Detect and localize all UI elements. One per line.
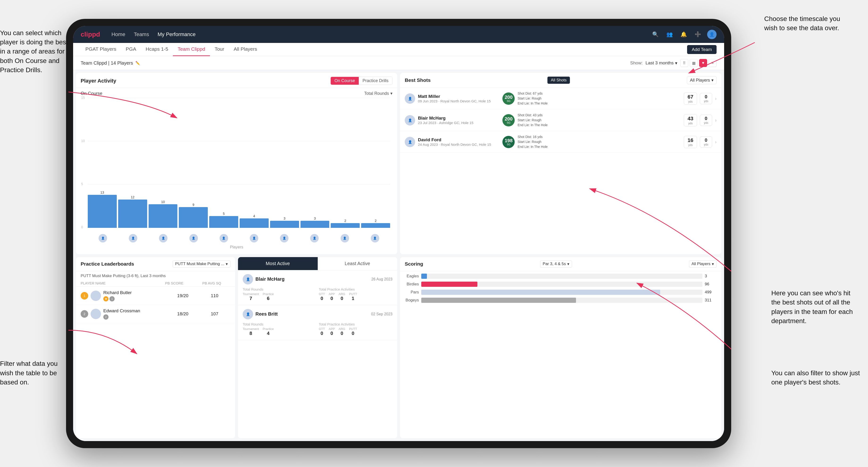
tournament-stat-0: Tournament 7 [243,292,259,301]
main-panels: Player Activity On Course Practice Drill… [73,70,724,441]
people-icon[interactable]: 👥 [665,30,674,39]
arg-stat-0: ARG 0 [339,292,345,301]
list-view-btn[interactable]: ≡ [709,59,717,67]
bar-7 [301,221,330,228]
gtt-stat-0: GTT 0 [319,292,325,301]
scoring-panel: Scoring Par 3, 4 & 5s ▾ All Players ▾ Ea… [400,257,721,438]
shot-dist-badge-1: 43 yds [684,114,697,126]
bar-1 [118,199,147,228]
player-avatar-0: 👤 [99,234,107,243]
content-area: Team Clippd | 14 Players ✏️ Show: Last 3… [73,56,724,441]
tab-all-players[interactable]: All Players [229,43,262,56]
bar-group-7: 3 [301,217,330,228]
practice-row-1: GTT 0 APP 0 ARG [319,327,393,336]
heart-view-btn[interactable]: ♥ [699,59,707,67]
player-activity-header: Player Activity On Course Practice Drill… [76,73,397,88]
scoring-label-pars: Pars [405,290,419,294]
nav-teams[interactable]: Teams [134,30,149,38]
search-icon[interactable]: 🔍 [651,30,660,39]
bar-group-2: 10 [149,200,178,228]
player-avatar-8: 👤 [341,234,349,243]
shot-player-meta-1: 23 Jul 2023 · Ashridge GC, Hole 15 [418,121,500,125]
scoring-row-birdies: Birdies 96 [405,282,717,287]
active-name-1: Rees Britt [255,311,369,317]
grid2-view-btn[interactable]: ▦ [690,59,698,67]
active-name-0: Blair McHarg [255,276,369,282]
shot-dist-num-2: 16 [687,137,693,144]
shot-card-2[interactable]: 👤 David Ford 24 Aug 2023 · Royal North D… [400,131,721,153]
player-avatar-9: 👤 [371,234,379,243]
shot-card-0[interactable]: 👤 Matt Miller 09 Jun 2023 · Royal North … [400,88,721,110]
shot-detail-1: Shot Dist: 43 yds Start Lie: Rough End L… [518,113,681,128]
shot-player-info-1: Blair McHarg 23 Jul 2023 · Ashridge GC, … [418,116,500,125]
shot-badge-label-0: SG [507,99,510,102]
shot-detail-0: Shot Dist: 67 yds Start Lie: Rough End L… [518,91,681,106]
scoring-filter-1[interactable]: Par 3, 4 & 5s ▾ [540,260,572,268]
gtt-stat-1: GTT 0 [319,327,325,336]
scoring-bar-birdies [421,282,477,287]
active-stats-0: Total Rounds Tournament 7 Practice [243,287,393,301]
bar-group-3: 9 [179,203,208,228]
shot-zero-badge-1: 0 yds [700,115,712,126]
shot-dist-unit-2: yds [688,144,693,147]
rounds-section-1: Total Rounds Tournament 8 Practice [243,322,316,336]
tab-tour[interactable]: Tour [210,43,229,56]
practice-leaderboards-panel: Practice Leaderboards PUTT Must Make Put… [76,257,235,438]
leaderboard-select[interactable]: PUTT Must Make Putting ... ▾ [173,260,230,268]
tablet-screen: clippd Home Teams My Performance 🔍 👥 🔔 ➕… [73,26,724,441]
edit-icon[interactable]: ✏️ [135,61,140,65]
bell-icon[interactable]: 🔔 [679,30,688,39]
tab-hcaps[interactable]: Hcaps 1-5 [141,43,173,56]
player-avatar-2: 👤 [159,234,167,243]
shot-player-name-0: Matt Miller [418,94,500,99]
add-team-button[interactable]: Add Team [687,45,717,54]
bar-0 [88,195,117,228]
tab-team-clippd[interactable]: Team Clippd [173,43,210,56]
scoring-bar-bogeys [421,298,576,303]
nav-home[interactable]: Home [111,30,125,38]
scoring-count-birdies: 96 [705,282,717,286]
user-avatar[interactable]: 👤 [707,30,717,39]
tab-pgat[interactable]: PGAT Players [81,43,121,56]
bar-6 [270,221,299,228]
annotation-top-left: You can select which player is doing the… [0,28,68,74]
grid3-view-btn[interactable]: ⠿ [680,59,688,67]
players-filter-dropdown[interactable]: All Players ▾ [687,76,717,84]
practice-drills-toggle[interactable]: Practice Drills [359,77,392,85]
best-shots-header: Best Shots All Shots All Players ▾ [400,73,721,88]
grid-line-15: 15 [88,98,390,98]
nav-logo: clippd [81,31,100,38]
player-avatar-5: 👤 [250,234,258,243]
all-shots-tab[interactable]: All Shots [548,76,570,84]
active-date-0: 26 Aug 2023 [371,277,393,281]
rank-badge-1: 1 [81,292,88,300]
shot-badge-num-0: 200 [505,95,513,99]
nav-my-performance[interactable]: My Performance [158,30,195,38]
view-icons: ⠿ ▦ ♥ ≡ [680,59,717,67]
app-stat-0: APP 0 [329,292,335,301]
scoring-filter-2[interactable]: All Players ▾ [689,260,717,268]
rounds-row-1: Tournament 8 Practice 4 [243,327,316,336]
lb-avatar-1 [91,309,101,319]
plus-icon[interactable]: ➕ [693,30,703,39]
player-avatar-4: 👤 [220,234,228,243]
scoring-header: Scoring Par 3, 4 & 5s ▾ All Players ▾ [400,257,721,271]
lb-score-1: 18/20 [167,311,199,316]
shot-zero-badge-0: 0 yds [700,93,712,104]
lb-name-section-1: Edward Crossman 2 [103,308,167,319]
chart-filter-dropdown[interactable]: Total Rounds ▾ [364,91,393,96]
practice-row-0: GTT 0 APP 0 ARG [319,292,393,301]
sub-tabs: PGAT Players PGA Hcaps 1-5 Team Clippd T… [73,43,724,56]
on-course-toggle[interactable]: On Course [331,77,359,85]
most-active-tab[interactable]: Most Active [238,257,318,270]
chart-area: 15 10 5 0 13 [81,98,393,232]
least-active-tab[interactable]: Least Active [318,257,398,270]
timescale-select[interactable]: Last 3 months ▾ [646,60,677,66]
scoring-row-bogeys: Bogeys 311 [405,298,717,303]
shot-card-1[interactable]: 👤 Blair McHarg 23 Jul 2023 · Ashridge GC… [400,110,721,131]
practice-activities-title-1: Total Practice Activities [319,322,393,326]
app-stat-1: APP 0 [329,327,335,336]
scoring-row-pars: Pars 499 [405,290,717,295]
tab-pga[interactable]: PGA [121,43,141,56]
rounds-title-0: Total Rounds [243,287,316,291]
